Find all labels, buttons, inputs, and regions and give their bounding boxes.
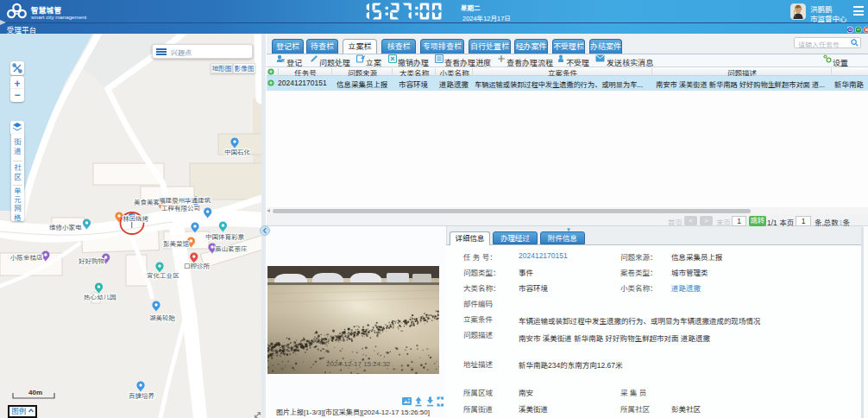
svg-text:林口烧烤: 林口烧烤 — [123, 215, 148, 223]
svg-text:小陈金桔店: 小陈金桔店 — [10, 254, 43, 262]
svg-text:彭美菜馆: 彭美菜馆 — [163, 240, 189, 248]
svg-text:美食美客: 美食美客 — [134, 199, 160, 206]
svg-text:维修小家电: 维修小家电 — [49, 224, 82, 231]
svg-text:2024-12-17 15:24:32: 2024-12-17 15:24:32 — [326, 360, 391, 368]
svg-text:宜化工业区: 宜化工业区 — [147, 272, 179, 280]
svg-text:湖美轮胎: 湖美轮胎 — [149, 314, 175, 322]
svg-text:中国石化: 中国石化 — [224, 149, 250, 156]
svg-text:工程有限公司: 工程有限公司 — [161, 205, 200, 212]
svg-text:高山茗茶庄: 高山茗茶庄 — [215, 245, 248, 253]
svg-text:口腔诊所: 口腔诊所 — [184, 263, 210, 270]
svg-text:百捷培养: 百捷培养 — [129, 392, 154, 400]
svg-text:热心幼儿园: 热心幼儿园 — [84, 294, 116, 301]
svg-text:40m: 40m — [28, 389, 42, 396]
svg-text:中国体育彩票: 中国体育彩票 — [205, 233, 244, 241]
svg-text:福建泉州华通建筑: 福建泉州华通建筑 — [159, 197, 211, 205]
svg-text:好好购物: 好好购物 — [79, 257, 104, 265]
